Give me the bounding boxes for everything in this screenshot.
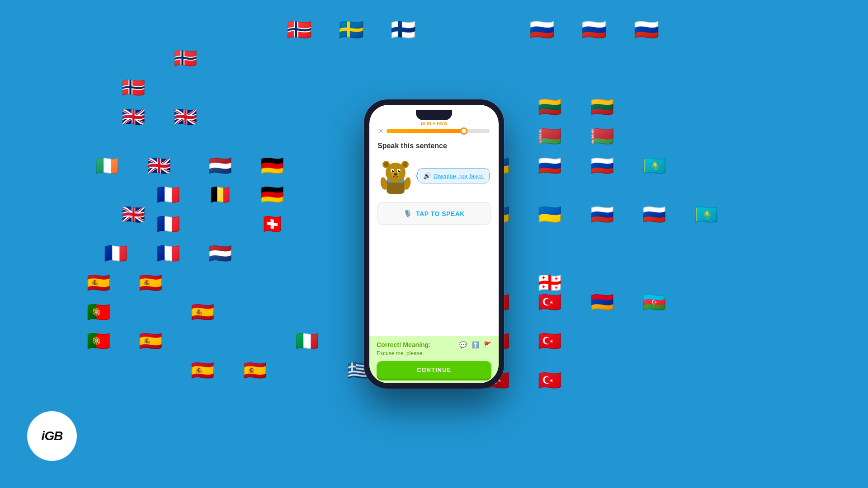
character-row: 🔊 Disculpe, por favor.	[377, 155, 491, 196]
progress-label: 10 IN A ROW	[378, 121, 490, 126]
flag-emoji: 🇰🇿	[642, 156, 666, 175]
share-icon[interactable]: ⬆️	[472, 341, 479, 348]
phone-frame: 10 IN A ROW ✕ Speak this sentence	[364, 99, 504, 389]
flag-emoji: 🇮🇹	[295, 332, 319, 351]
flag-emoji: 🇹🇷	[538, 332, 561, 351]
exercise-title: Speak this sentence	[377, 142, 491, 150]
speech-text: Disculpe, por favor.	[434, 173, 484, 179]
flag-emoji: 🇧🇪	[208, 185, 232, 204]
flag-emoji: 🇬🇧	[122, 205, 145, 224]
flag-emoji: 🇪🇸	[191, 361, 214, 380]
tap-speak-label: TAP TO SPEAK	[416, 210, 465, 217]
flag-emoji: 🇮🇪	[95, 156, 119, 175]
flag-emoji: 🇩🇪	[260, 156, 284, 175]
flag-emoji: 🇷🇺	[634, 19, 659, 40]
screen-content: 10 IN A ROW ✕ Speak this sentence	[369, 105, 499, 383]
flag-emoji: 🇪🇸	[87, 273, 110, 292]
correct-title: Correct! Meaning:	[377, 341, 431, 348]
flag-emoji: 🇫🇷	[104, 244, 127, 263]
flag-emoji: 🇰🇿	[694, 205, 718, 224]
flag-emoji: 🇳🇱	[208, 244, 232, 263]
flag-emoji: 🇸🇪	[339, 19, 364, 40]
flag-emoji: 🇦🇿	[642, 293, 666, 312]
progress-dot	[460, 127, 467, 135]
correct-icons: 💬 ⬆️ 🚩	[459, 341, 491, 348]
flag-emoji: 🇬🇧	[147, 156, 171, 175]
flag-emoji: 🇬🇧	[174, 108, 197, 127]
flag-emoji: 🇦🇲	[590, 293, 614, 312]
correct-panel: Correct! Meaning: 💬 ⬆️ 🚩 Excuse me, plea…	[369, 336, 499, 383]
flag-icon[interactable]: 🚩	[484, 341, 491, 348]
svg-point-14	[394, 174, 397, 176]
flag-emoji: 🇷🇺	[642, 205, 666, 224]
flag-emoji: 🇷🇺	[590, 205, 614, 224]
flag-emoji: 🇳🇴	[174, 49, 197, 68]
flag-emoji: 🇫🇮	[391, 19, 416, 40]
mic-icon: 🎙️	[403, 209, 412, 218]
flag-emoji: 🇵🇹	[87, 332, 110, 351]
chat-icon[interactable]: 💬	[459, 341, 467, 348]
speech-bubble[interactable]: 🔊 Disculpe, por favor.	[417, 168, 490, 183]
svg-point-12	[399, 170, 400, 171]
flag-emoji: 🇳🇱	[208, 156, 232, 175]
flag-emoji: 🇷🇺	[581, 19, 607, 40]
flag-emoji: 🇪🇸	[191, 303, 214, 322]
sound-icon[interactable]: 🔊	[423, 172, 431, 179]
phone-screen: 10 IN A ROW ✕ Speak this sentence	[369, 105, 499, 383]
flag-emoji: 🇹🇷	[538, 371, 561, 390]
tap-to-speak-button[interactable]: 🎙️ TAP TO SPEAK	[377, 202, 491, 225]
close-button[interactable]: ✕	[378, 127, 384, 135]
flag-emoji: 🇷🇺	[529, 19, 555, 40]
flag-emoji: 🇨🇭	[260, 215, 284, 234]
svg-point-5	[384, 162, 388, 167]
continue-button[interactable]: CONTINUE	[377, 361, 491, 379]
flag-emoji: 🇫🇷	[156, 244, 180, 263]
flag-emoji: 🇪🇸	[139, 332, 162, 351]
phone-wrapper: 10 IN A ROW ✕ Speak this sentence	[364, 99, 504, 389]
flag-emoji: 🇫🇷	[156, 215, 180, 234]
flag-emoji: 🇵🇹	[87, 303, 110, 322]
flag-emoji: 🇹🇷	[538, 293, 561, 312]
progress-bar-row: ✕	[378, 127, 490, 135]
progress-bar-track	[387, 129, 490, 133]
flag-emoji: 🇩🇪	[260, 185, 284, 204]
flag-emoji: 🇫🇷	[156, 185, 180, 204]
progress-bar-fill	[387, 129, 464, 133]
bear-character	[377, 155, 414, 196]
correct-meaning: Excuse me, please.	[377, 350, 491, 357]
correct-header: Correct! Meaning: 💬 ⬆️ 🚩	[377, 341, 491, 348]
flag-emoji: 🇱🇹	[538, 98, 561, 117]
igb-logo: iGB	[27, 411, 77, 461]
exercise-area: Speak this sentence	[369, 136, 499, 336]
flag-emoji: 🇷🇺	[538, 156, 561, 175]
flag-emoji: 🇬🇪	[538, 273, 561, 292]
flag-emoji: 🇺🇦	[538, 205, 561, 224]
svg-point-11	[393, 170, 394, 171]
exercise-spacer	[377, 229, 491, 243]
flag-emoji: 🇷🇺	[590, 156, 614, 175]
flag-emoji: 🇧🇾	[590, 127, 614, 146]
flag-emoji: 🇪🇸	[243, 361, 267, 380]
progress-area: 10 IN A ROW ✕	[369, 117, 499, 136]
bear-svg	[377, 155, 414, 196]
flag-emoji: 🇳🇴	[122, 78, 145, 97]
flag-emoji: 🇳🇴	[287, 19, 312, 40]
flag-emoji: 🇧🇾	[538, 127, 561, 146]
flag-emoji: 🇪🇸	[139, 273, 162, 292]
flag-emoji: 🇱🇹	[590, 98, 614, 117]
phone-notch	[416, 110, 452, 120]
flag-emoji: 🇬🇧	[122, 108, 145, 127]
svg-point-6	[403, 162, 407, 167]
